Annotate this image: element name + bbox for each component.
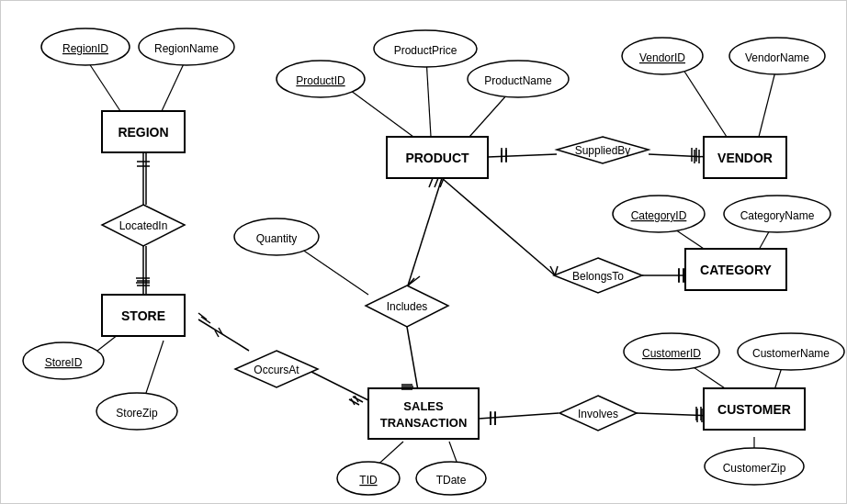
attr-customerid-label: CustomerID bbox=[642, 347, 701, 360]
attr-tdate-label: TDate bbox=[436, 474, 467, 487]
attr-categoryid-label: CategoryID bbox=[631, 209, 687, 222]
rel-locatedin-label: LocatedIn bbox=[119, 219, 168, 232]
svg-line-8 bbox=[408, 178, 442, 286]
diagram-canvas: REGION PRODUCT VENDOR CATEGORY STORE SAL… bbox=[1, 1, 847, 504]
attr-quantity-label: Quantity bbox=[256, 232, 298, 245]
entity-store-label: STORE bbox=[121, 308, 165, 323]
svg-line-41 bbox=[145, 341, 164, 396]
attr-vendorname-label: VendorName bbox=[745, 51, 809, 64]
svg-line-11 bbox=[488, 154, 557, 157]
svg-line-23 bbox=[198, 319, 249, 351]
relationships: LocatedIn Includes SuppliedBy BelongsTo … bbox=[102, 137, 649, 431]
svg-line-62 bbox=[435, 178, 438, 187]
rel-involves-label: Involves bbox=[578, 408, 618, 420]
attr-storeid-label: StoreID bbox=[45, 356, 83, 369]
svg-line-17 bbox=[442, 178, 555, 275]
svg-line-26 bbox=[304, 368, 378, 405]
entity-customer-label: CUSTOMER bbox=[717, 402, 791, 417]
entity-product-label: PRODUCT bbox=[405, 151, 469, 165]
rel-belongsto-label: BelongsTo bbox=[572, 270, 624, 283]
entity-sales-transaction-label1: SALES bbox=[403, 399, 444, 413]
attr-productid-label: ProductID bbox=[296, 74, 345, 87]
attr-customerzip-label: CustomerZip bbox=[723, 462, 786, 475]
er-diagram: REGION PRODUCT VENDOR CATEGORY STORE SAL… bbox=[0, 0, 847, 504]
entity-sales-transaction bbox=[368, 388, 479, 439]
attr-vendorid-label: VendorID bbox=[639, 51, 685, 64]
attr-customername-label: CustomerName bbox=[752, 347, 830, 360]
svg-line-46 bbox=[759, 64, 777, 137]
attr-productname-label: ProductName bbox=[484, 74, 552, 87]
svg-line-61 bbox=[429, 178, 433, 187]
attr-productprice-label: ProductPrice bbox=[394, 44, 457, 57]
entity-sales-transaction-label2: TRANSACTION bbox=[380, 416, 468, 430]
cardinality-markers bbox=[136, 148, 701, 425]
entity-region-label: REGION bbox=[118, 125, 168, 140]
attr-storezip-label: StoreZip bbox=[116, 407, 158, 420]
rel-occursat-label: OccursAt bbox=[254, 364, 299, 376]
rel-suppliedby-label: SuppliedBy bbox=[575, 144, 631, 157]
svg-line-38 bbox=[85, 58, 120, 111]
svg-line-42 bbox=[344, 85, 413, 137]
svg-line-39 bbox=[162, 58, 186, 111]
entity-vendor-label: VENDOR bbox=[717, 151, 773, 165]
attr-regionid-label: RegionID bbox=[62, 42, 108, 55]
attr-tid-label: TID bbox=[359, 474, 378, 487]
attr-regionname-label: RegionName bbox=[154, 42, 219, 55]
rel-includes-label: Includes bbox=[387, 300, 428, 313]
attr-categoryname-label: CategoryName bbox=[740, 209, 815, 222]
entity-category-label: CATEGORY bbox=[700, 263, 772, 277]
svg-line-43 bbox=[426, 58, 431, 137]
svg-line-45 bbox=[680, 64, 727, 137]
